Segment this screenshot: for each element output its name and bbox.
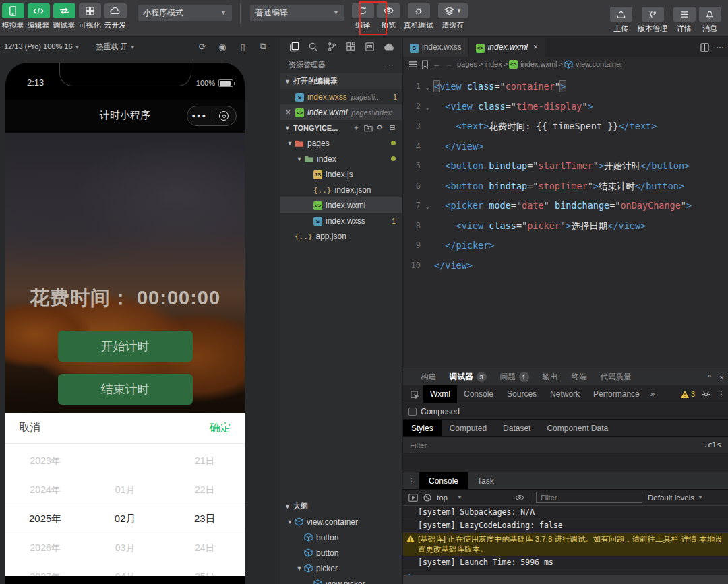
code-line[interactable]: 5 <button bindtap="startTimer">开始计时</but… [403,156,728,176]
more-menu-button[interactable]: ●●● [187,112,212,119]
code-line[interactable]: 10</view> [403,256,728,276]
devtools-tab-Performance[interactable]: Performance [586,385,646,403]
tree-item-index.wxml[interactable]: <>index.wxml [280,197,402,213]
breadcrumb-item-pages[interactable]: pages [457,60,477,68]
styles-tab-Styles[interactable]: Styles [403,420,442,436]
picker-row[interactable]: 2023年21日 [5,447,245,476]
breadcrumb-item-index.wxml[interactable]: <>index.wxml [509,59,557,69]
fold-icon[interactable]: ⌄ [421,196,434,216]
collapse-icon[interactable]: ^ [708,373,711,381]
console-tab-Console[interactable]: Console [419,472,468,489]
panel-tab-构建[interactable]: 构建 [421,372,436,382]
tree-item-index.wxss[interactable]: Sindex.wxss1 [280,213,402,228]
toolbar-button-云开发[interactable]: 云开发 [102,3,128,30]
remote-debug-button[interactable]: 真机调试 [401,3,436,30]
settings-gear-icon[interactable] [702,390,710,399]
panel-tab-终端[interactable]: 终端 [572,372,587,382]
code-line[interactable]: 1⌄<view class="container"> [403,77,728,97]
styles-filter-input[interactable]: Filter [410,441,427,449]
styles-tab-Computed[interactable]: Computed [442,420,495,436]
styles-tab-Dataset[interactable]: Dataset [495,420,539,436]
fold-icon[interactable]: ⌄ [421,77,434,97]
more-actions-icon[interactable]: ··· [385,61,394,69]
clear-cache-button[interactable]: ▼ 清缓存 [436,3,470,30]
outline-item-picker[interactable]: ▼picker [280,560,402,576]
tree-item-app.json[interactable]: {..}app.json [280,228,402,244]
panel-tab-代码质量[interactable]: 代码质量 [601,372,632,382]
split-editor-icon[interactable] [700,43,709,52]
picker-cancel-button[interactable]: 取消 [19,421,40,435]
tree-item-index.js[interactable]: JSindex.js [280,166,402,182]
open-editor-item[interactable]: Sindex.wxsspages\i...1 [280,89,402,104]
run-snippet-icon[interactable] [408,494,418,502]
outline-header[interactable]: ▼ 大纲 [280,498,402,514]
styles-tab-Component Data[interactable]: Component Data [539,420,616,436]
compile-mode-select[interactable]: 普通编译 ▼ [250,5,344,21]
devtools-tab-Sources[interactable]: Sources [500,385,543,403]
clear-console-icon[interactable] [423,494,431,502]
picker-row[interactable]: 2027年04月25日 [5,562,245,576]
project-section[interactable]: ▼ TONGYICE... ＋ ⟳ ⊟ [280,120,402,135]
toolbar-button-详情[interactable]: 详情 [671,7,697,34]
code-editor[interactable]: 1⌄<view class="container">2⌄ <view class… [403,71,728,275]
open-editors-section[interactable]: ▼ 打开的编辑器 [280,73,402,89]
picker-wheel[interactable]: 2023年21日2024年01月22日2025年02月23日2026年03月24… [5,447,245,576]
more-actions-icon[interactable]: ··· [716,42,724,52]
close-icon[interactable]: × [533,42,538,52]
git-branch-icon[interactable] [325,42,338,52]
eye-icon[interactable] [515,494,524,501]
extensions-icon[interactable] [344,42,358,52]
outline-item-button[interactable]: button [280,545,402,560]
warnings-badge[interactable]: 3 [681,390,695,398]
panel-tab-调试器[interactable]: 调试器3 [450,372,487,382]
picker-confirm-button[interactable]: 确定 [210,421,231,435]
levels-select[interactable]: Default levels▼ [648,494,703,502]
toolbar-button-消息[interactable]: 消息 [697,7,723,34]
open-editor-item[interactable]: ×<>index.wxmlpages\index [280,104,402,120]
devtools-tab-Console[interactable]: Console [457,385,500,403]
phone-frame-icon[interactable]: ▯ [233,42,253,52]
picker-row[interactable]: 2025年02月23日 [5,505,245,533]
search-icon[interactable] [306,42,320,52]
multi-window-icon[interactable]: ⧉ [253,41,273,52]
bookmark-icon[interactable] [421,60,429,69]
stop-timer-button[interactable]: 结束计时 [58,374,193,405]
npm-icon[interactable] [363,42,377,52]
console-log-entry[interactable]: [system] Subpackages: N/A [403,506,728,519]
preview-button[interactable]: 预览 [375,3,401,30]
devtools-tab-Wxml[interactable]: Wxml [423,385,457,403]
compile-button[interactable]: 编译 [350,3,375,30]
console-menu-icon[interactable]: ⋮ [403,476,419,486]
code-line[interactable]: 8 <view class="picker">选择日期</view> [403,216,728,236]
mode-select[interactable]: 小程序模式 ▼ [138,5,232,21]
outline-item-button[interactable]: button [280,529,402,545]
code-line[interactable]: 6 <button bindtap="stopTimer">结束计时</butt… [403,176,728,197]
new-file-icon[interactable]: ＋ [350,123,362,133]
panel-tab-问题[interactable]: 问题1 [500,372,529,382]
code-line[interactable]: 3 <text>花费时间: {{ timeSpent }}</text> [403,117,728,137]
cls-toggle[interactable]: .cls [704,441,722,449]
close-icon[interactable]: × [286,108,295,117]
close-icon[interactable]: × [719,373,724,381]
tree-item-index[interactable]: ▼index [280,151,402,166]
code-line[interactable]: 2⌄ <view class="time-display"> [403,97,728,117]
code-line[interactable]: 4 </view> [403,137,728,157]
toolbar-button-可视化[interactable]: 可视化 [77,3,102,30]
back-icon[interactable]: ← [433,59,441,69]
toolbar-button-模拟器[interactable]: 模拟器 [0,3,26,30]
new-folder-icon[interactable] [362,124,374,132]
editor-tab-index.wxss[interactable]: Sindex.wxss [403,38,469,57]
toolbar-button-上传[interactable]: 上传 [608,7,634,34]
fold-icon[interactable]: ⌄ [421,97,434,117]
files-icon[interactable] [287,42,301,52]
context-select[interactable]: top▼ [437,494,510,502]
cloud-icon[interactable] [382,43,396,51]
breadcrumb-item-view.container[interactable]: view.container [564,60,623,69]
device-select[interactable]: 12/13 (Pro) 100% 16 ▼ [4,42,80,51]
restart-icon[interactable]: ⟳ [192,42,212,52]
toolbar-button-编辑器[interactable]: 编辑器 [26,3,51,30]
close-miniprogram-button[interactable] [212,111,237,121]
breadcrumb-item-index[interactable]: index [484,60,502,68]
editor-tab-index.wxml[interactable]: <>index.wxml× [469,38,545,57]
toolbar-button-调试器[interactable]: 调试器 [51,3,77,30]
